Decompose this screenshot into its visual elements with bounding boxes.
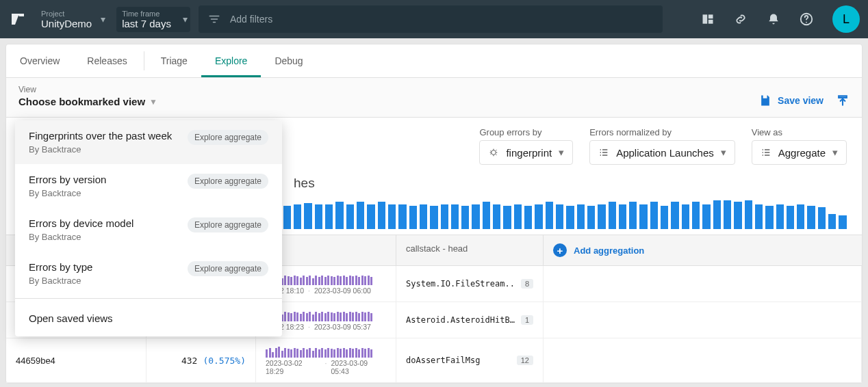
- chart-bar: [598, 204, 605, 229]
- save-icon: [758, 94, 772, 107]
- chart-bar: [398, 204, 406, 229]
- chart-bar: [587, 206, 595, 229]
- view-as-selector[interactable]: Aggregate ▾: [752, 140, 847, 165]
- sparkline: [266, 345, 386, 358]
- chart-bar: [818, 207, 826, 229]
- chart-bar: [828, 214, 836, 229]
- chart-bar: [315, 204, 322, 229]
- dropdown-item-chip: Explore aggregate: [188, 174, 268, 189]
- avatar[interactable]: L: [832, 5, 860, 33]
- svg-point-4: [492, 150, 496, 155]
- dropdown-item-title: Errors by device model: [29, 217, 133, 229]
- chart-bar: [283, 206, 291, 229]
- normalize-selector[interactable]: Application Launches ▾: [589, 140, 735, 165]
- dropdown-item[interactable]: Fingerprints over the past weekBy Backtr…: [15, 120, 282, 164]
- project-value: UnityDemo: [41, 18, 92, 29]
- timeframe-selector[interactable]: Time frame last 7 days ▾: [116, 7, 190, 32]
- table-row[interactable]: 44659be4 432(0.575%) 2023-03-02 18:29·20…: [6, 338, 862, 383]
- project-selector[interactable]: Project UnityDemo ▾: [36, 7, 108, 32]
- dropdown-item-title: Fingerprints over the past week: [29, 130, 172, 142]
- chart-bar: [650, 202, 658, 229]
- chart-bar: [409, 206, 417, 229]
- filter-icon: [208, 13, 220, 25]
- chart-bar: [702, 204, 710, 229]
- dropdown-item-sub: By Backtrace: [29, 276, 92, 286]
- chart-bar: [535, 204, 542, 229]
- divider: [15, 298, 282, 299]
- chart-bar: [430, 206, 437, 229]
- filter-input[interactable]: Add filters: [199, 5, 663, 33]
- chart-bar: [294, 204, 301, 229]
- normalize-label: Errors normalized by: [589, 127, 735, 137]
- chart-bar: [483, 202, 490, 229]
- chart-bar: [609, 202, 616, 229]
- chart-bar: [524, 206, 532, 229]
- tab-triage[interactable]: Triage: [147, 44, 201, 77]
- bell-icon[interactable]: [761, 7, 786, 31]
- sparkline: [266, 309, 386, 321]
- chart-bar: [451, 204, 459, 229]
- chart-bar: [755, 204, 763, 229]
- tab-divider: [144, 51, 144, 70]
- plus-icon: +: [553, 243, 567, 257]
- tab-overview[interactable]: Overview: [6, 44, 73, 77]
- top-nav: Project UnityDemo ▾ Time frame last 7 da…: [0, 0, 868, 38]
- group-by-selector[interactable]: fingerprint ▾: [479, 140, 573, 165]
- view-selector[interactable]: Choose bookmarked view ▼: [18, 96, 157, 107]
- chart-bar: [461, 206, 469, 229]
- filter-placeholder: Add filters: [230, 14, 272, 25]
- tab-bar: Overview Releases Triage Explore Debug: [6, 44, 862, 78]
- tab-releases[interactable]: Releases: [73, 44, 140, 77]
- tab-debug[interactable]: Debug: [261, 44, 316, 77]
- dropdown-item[interactable]: Errors by device modelBy BacktraceExplor…: [15, 208, 282, 252]
- sparkline: [266, 273, 386, 285]
- count-badge: 1: [521, 315, 533, 325]
- chart-bar: [556, 204, 563, 229]
- view-bar: View Choose bookmarked view ▼ Save view: [6, 78, 862, 118]
- chart-bar: [577, 204, 585, 229]
- th-callstack[interactable]: callstack - head: [396, 235, 544, 265]
- link-icon[interactable]: [728, 7, 753, 31]
- chart-bar: [629, 202, 637, 229]
- dropdown-item-title: Errors by version: [29, 174, 106, 185]
- chart-bar: [388, 204, 396, 229]
- dropdown-item[interactable]: Errors by typeBy BacktraceExplore aggreg…: [15, 252, 282, 295]
- view-label: View: [18, 85, 157, 94]
- count-badge: 8: [521, 279, 533, 289]
- chevron-down-icon: ▾: [559, 146, 564, 159]
- bookmarked-views-dropdown: Fingerprints over the past weekBy Backtr…: [15, 120, 282, 336]
- bug-icon: [488, 147, 499, 158]
- chart-bar: [378, 202, 385, 229]
- open-saved-views[interactable]: Open saved views: [15, 302, 282, 336]
- chart-bar: [304, 203, 311, 229]
- timeframe-label: Time frame: [122, 10, 171, 18]
- save-view-button[interactable]: Save view: [758, 94, 824, 107]
- dropdown-item[interactable]: Errors by versionBy BacktraceExplore agg…: [15, 164, 282, 208]
- aggregate-icon: [761, 147, 771, 158]
- dropdown-item-title: Errors by type: [29, 261, 92, 273]
- chart-bar: [713, 200, 721, 229]
- chart-bar: [357, 202, 364, 229]
- view-as-label: View as: [752, 127, 847, 137]
- chart-bar: [619, 204, 626, 229]
- upload-button[interactable]: [836, 94, 850, 107]
- chart-bar: [692, 202, 700, 229]
- chart-bar: [566, 206, 574, 229]
- chart-bar: [734, 202, 741, 229]
- chart-bar: [472, 204, 479, 229]
- add-aggregation-button[interactable]: + Add aggregation: [544, 235, 862, 265]
- chart-bar: [776, 204, 784, 229]
- group-by-label: Group errors by: [479, 127, 573, 137]
- chart-bar: [420, 204, 427, 229]
- help-icon[interactable]: [794, 7, 819, 31]
- svg-rect-1: [709, 14, 713, 18]
- chevron-down-icon: ▾: [832, 146, 838, 159]
- chevron-down-icon: ▼: [149, 97, 157, 107]
- chart-bar: [671, 202, 678, 229]
- chart-bar: [335, 202, 343, 229]
- chevron-down-icon: ▾: [183, 14, 188, 25]
- dashboard-icon[interactable]: [695, 7, 720, 31]
- tab-explore[interactable]: Explore: [201, 44, 261, 77]
- chart-bar: [514, 204, 522, 229]
- svg-rect-2: [709, 20, 713, 24]
